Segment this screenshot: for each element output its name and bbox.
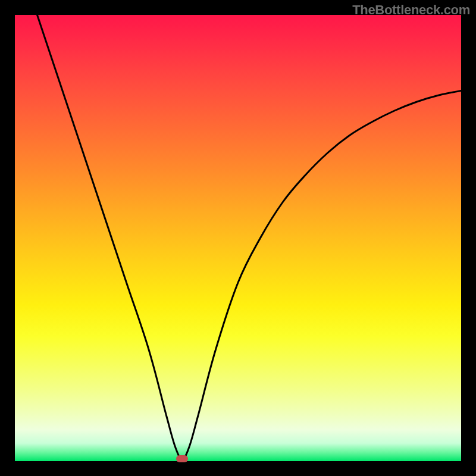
- plot-area: [15, 15, 461, 461]
- chart-frame: TheBottleneck.com: [0, 0, 476, 476]
- bottleneck-curve-path: [37, 15, 462, 459]
- curve-svg: [15, 15, 461, 461]
- optimum-marker: [176, 455, 188, 462]
- watermark-text: TheBottleneck.com: [352, 2, 470, 18]
